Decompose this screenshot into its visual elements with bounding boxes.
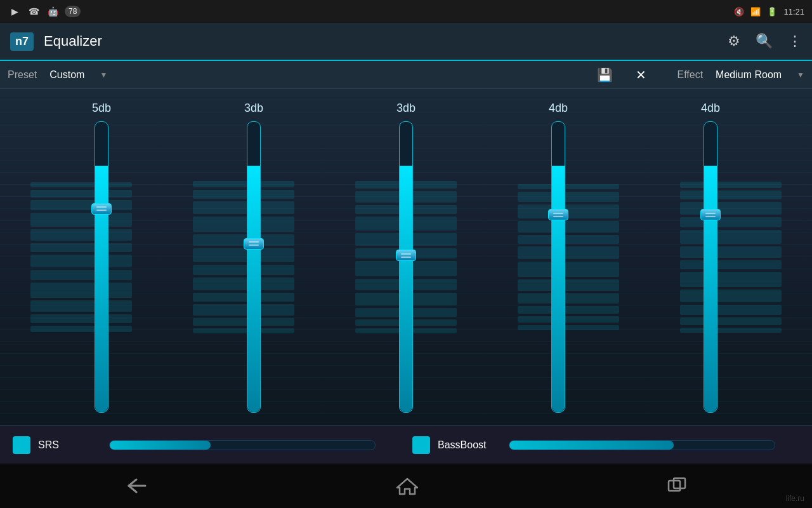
slider-fill-5 bbox=[704, 166, 717, 412]
bassboost-effect-group: BassBoost bbox=[412, 436, 799, 454]
status-bar: ▶ ☎ 🤖 78 🔇 📶 🔋 11:21 bbox=[0, 0, 812, 23]
slider-thumb-line bbox=[553, 216, 563, 217]
slider-thumb-line bbox=[249, 244, 259, 246]
slider-thumb-lines bbox=[96, 206, 107, 211]
slider-thumb-line bbox=[96, 206, 107, 208]
slider-col-5: 4db bbox=[653, 102, 768, 413]
slider-thumb-line bbox=[705, 213, 716, 214]
slider-thumb-3[interactable] bbox=[396, 250, 416, 261]
slider-track-4[interactable] bbox=[551, 121, 565, 413]
preset-dropdown-arrow: ▼ bbox=[100, 70, 107, 79]
slider-track-1[interactable] bbox=[95, 121, 108, 413]
settings-icon[interactable]: ⚙ bbox=[728, 33, 740, 50]
slider-fill-4 bbox=[552, 166, 565, 412]
phone-icon: ☎ bbox=[27, 4, 41, 18]
slider-thumb-lines bbox=[553, 213, 563, 217]
srs-slider[interactable] bbox=[109, 440, 376, 450]
eq-main: 5db 3db bbox=[0, 89, 812, 425]
slider-thumb-line bbox=[401, 253, 411, 255]
home-button[interactable] bbox=[396, 476, 419, 495]
slider-thumb-line bbox=[401, 257, 411, 258]
slider-track-3[interactable] bbox=[399, 121, 413, 413]
slider-thumb-line bbox=[249, 241, 259, 243]
slider-track-container-3 bbox=[396, 121, 416, 413]
status-right: 🔇 📶 🔋 11:21 bbox=[734, 7, 804, 17]
slider-db-1: 5db bbox=[92, 102, 111, 115]
slider-thumb-line bbox=[96, 210, 107, 211]
svg-marker-1 bbox=[397, 479, 417, 494]
app-bar: n7 Equalizer ⚙ 🔍 ⋮ bbox=[0, 23, 812, 61]
bassboost-label: BassBoost bbox=[438, 439, 501, 451]
android-icon: 🤖 bbox=[46, 4, 60, 18]
slider-db-2: 3db bbox=[244, 102, 263, 115]
slider-track-container-5 bbox=[700, 121, 721, 413]
recents-button[interactable] bbox=[665, 476, 688, 495]
app-actions: ⚙ 🔍 ⋮ bbox=[728, 33, 802, 50]
play-circle-icon: ▶ bbox=[8, 4, 22, 18]
slider-thumb-lines bbox=[249, 241, 259, 246]
slider-col-2: 3db bbox=[197, 102, 311, 413]
bassboost-toggle[interactable] bbox=[412, 436, 430, 454]
srs-toggle[interactable] bbox=[13, 436, 30, 454]
battery-icon: 🔋 bbox=[767, 7, 777, 17]
preset-label: Preset bbox=[8, 69, 37, 81]
status-left: ▶ ☎ 🤖 78 bbox=[8, 4, 81, 18]
notification-badge: 78 bbox=[65, 6, 81, 17]
slider-thumb-1[interactable] bbox=[91, 203, 112, 215]
wifi-icon: 📶 bbox=[750, 7, 761, 17]
bassboost-slider[interactable] bbox=[509, 440, 775, 450]
slider-track-5[interactable] bbox=[704, 121, 717, 413]
watermark: life.ru bbox=[786, 494, 804, 503]
slider-col-4: 4db bbox=[501, 102, 615, 413]
app-logo: n7 bbox=[10, 32, 34, 51]
bottom-effects: SRS BassBoost bbox=[0, 425, 812, 464]
slider-col-1: 5db bbox=[44, 102, 159, 413]
home-icon bbox=[396, 476, 419, 495]
close-preset-button[interactable]: ✕ bbox=[631, 65, 652, 85]
preset-bar: Preset Custom ▼ 💾 ✕ Effect Medium Room ▼ bbox=[0, 61, 812, 89]
slider-track-container-4 bbox=[548, 121, 568, 413]
slider-db-5: 4db bbox=[701, 102, 720, 115]
srs-effect-group: SRS bbox=[13, 436, 400, 454]
slider-track-container-1 bbox=[91, 121, 112, 413]
clock: 11:21 bbox=[783, 7, 804, 17]
slider-db-4: 4db bbox=[549, 102, 568, 115]
recents-icon bbox=[665, 476, 688, 495]
effect-dropdown-arrow: ▼ bbox=[797, 70, 804, 79]
slider-thumb-line bbox=[705, 216, 716, 217]
preset-value[interactable]: Custom bbox=[49, 69, 84, 81]
slider-col-3: 3db bbox=[349, 102, 463, 413]
slider-fill-2 bbox=[247, 166, 260, 412]
slider-track-container-2 bbox=[244, 121, 264, 413]
srs-label: SRS bbox=[38, 439, 102, 451]
slider-fill-3 bbox=[400, 166, 412, 412]
slider-fill-1 bbox=[95, 166, 108, 412]
slider-thumb-5[interactable] bbox=[700, 209, 721, 220]
slider-thumb-2[interactable] bbox=[244, 238, 264, 250]
nav-bar: life.ru bbox=[0, 464, 812, 508]
slider-thumb-lines bbox=[401, 253, 411, 258]
srs-slider-fill bbox=[110, 441, 211, 450]
effect-label: Effect bbox=[677, 69, 703, 81]
app-title: Equalizer bbox=[44, 33, 717, 50]
save-preset-button[interactable]: 💾 bbox=[592, 65, 618, 85]
search-icon[interactable]: 🔍 bbox=[756, 33, 773, 50]
slider-thumb-4[interactable] bbox=[548, 209, 568, 220]
effect-value[interactable]: Medium Room bbox=[716, 69, 782, 81]
slider-thumb-lines bbox=[705, 213, 716, 217]
mute-icon: 🔇 bbox=[734, 7, 744, 17]
slider-db-3: 3db bbox=[396, 102, 416, 115]
back-icon bbox=[124, 476, 149, 495]
back-button[interactable] bbox=[124, 476, 149, 495]
slider-thumb-line bbox=[553, 213, 563, 214]
slider-track-2[interactable] bbox=[247, 121, 261, 413]
bassboost-slider-fill bbox=[509, 441, 674, 450]
more-icon[interactable]: ⋮ bbox=[788, 33, 802, 50]
